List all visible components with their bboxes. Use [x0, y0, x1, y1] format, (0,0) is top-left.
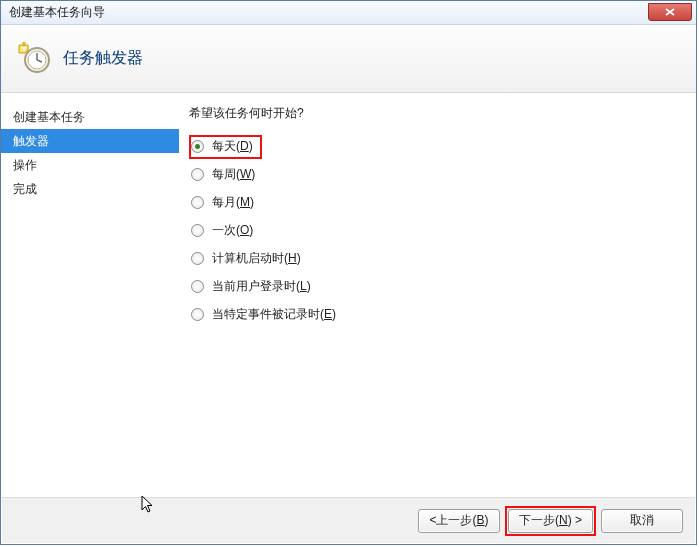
radio-button[interactable]	[191, 252, 204, 265]
wizard-footer: <上一步(B) 下一步(N) > 取消	[2, 497, 695, 543]
radio-label: 一次(O)	[212, 222, 253, 239]
radio-option-5[interactable]: 当前用户登录时(L)	[191, 272, 680, 300]
wizard-step-title: 任务触发器	[63, 48, 143, 69]
radio-option-2[interactable]: 每月(M)	[191, 188, 680, 216]
radio-option-4[interactable]: 计算机启动时(H)	[191, 244, 680, 272]
radio-option-3[interactable]: 一次(O)	[191, 216, 680, 244]
wizard-content: 希望该任务何时开始? 每天(D)每周(W)每月(M)一次(O)计算机启动时(H)…	[179, 93, 696, 496]
svg-marker-5	[23, 42, 25, 45]
window-title: 创建基本任务向导	[9, 4, 105, 21]
radio-label: 每周(W)	[212, 166, 255, 183]
next-button[interactable]: 下一步(N) >	[508, 509, 593, 533]
wizard-window: 创建基本任务向导 任务触发器 创建基本任务 触发器 操作	[0, 0, 697, 545]
wizard-header: 任务触发器	[1, 25, 696, 93]
radio-label: 计算机启动时(H)	[212, 250, 301, 267]
radio-option-1[interactable]: 每周(W)	[191, 160, 680, 188]
radio-label: 当前用户登录时(L)	[212, 278, 311, 295]
radio-button[interactable]	[191, 196, 204, 209]
radio-label: 当特定事件被记录时(E)	[212, 306, 336, 323]
scheduler-icon	[17, 42, 51, 76]
cancel-button[interactable]: 取消	[601, 509, 683, 533]
titlebar: 创建基本任务向导	[1, 1, 696, 25]
sidebar-item-create-task[interactable]: 创建基本任务	[1, 105, 179, 129]
radio-option-6[interactable]: 当特定事件被记录时(E)	[191, 300, 680, 328]
sidebar-item-action[interactable]: 操作	[1, 153, 179, 177]
radio-button[interactable]	[191, 280, 204, 293]
radio-label: 每月(M)	[212, 194, 254, 211]
close-button[interactable]	[648, 3, 692, 21]
radio-button[interactable]	[191, 224, 204, 237]
sidebar-item-finish[interactable]: 完成	[1, 177, 179, 201]
radio-option-0[interactable]: 每天(D)	[191, 132, 680, 160]
radio-button[interactable]	[191, 140, 204, 153]
close-icon	[665, 8, 675, 16]
radio-label: 每天(D)	[212, 138, 253, 155]
trigger-prompt: 希望该任务何时开始?	[189, 105, 680, 122]
sidebar-item-trigger[interactable]: 触发器	[1, 129, 179, 153]
radio-button[interactable]	[191, 308, 204, 321]
back-button[interactable]: <上一步(B)	[418, 509, 500, 533]
wizard-sidebar: 创建基本任务 触发器 操作 完成	[1, 93, 179, 496]
radio-button[interactable]	[191, 168, 204, 181]
